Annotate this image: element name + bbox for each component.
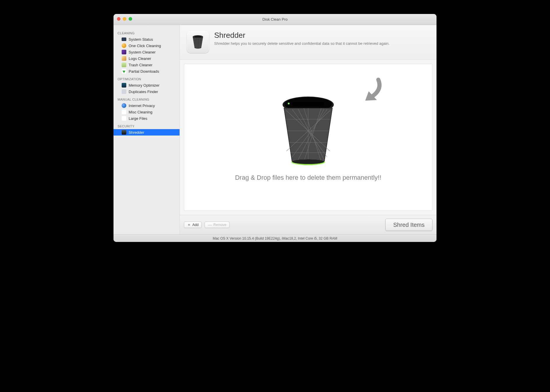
shred-items-button[interactable]: Shred Items: [385, 219, 432, 231]
sidebar-item-duplicates-finder[interactable]: Duplicates Finder: [113, 88, 180, 95]
earth-icon: [122, 103, 126, 108]
sidebar: CLEANING System Status One Click Cleanin…: [113, 25, 180, 234]
content: CLEANING System Status One Click Cleanin…: [113, 25, 437, 234]
globe-icon: [122, 43, 126, 48]
sidebar-item-label: Large Files: [129, 116, 147, 121]
remove-button[interactable]: — Remove: [205, 222, 230, 228]
page-icon: [187, 31, 209, 53]
section-label-cleaning: CLEANING: [113, 28, 180, 36]
svg-point-12: [292, 159, 324, 164]
sidebar-item-trash-cleaner[interactable]: Trash Cleaner: [113, 62, 180, 68]
sidebar-item-shredder[interactable]: Shredder: [113, 129, 180, 136]
sidebar-item-label: System Cleaner: [129, 50, 155, 54]
misc-icon: [122, 110, 126, 114]
sidebar-item-label: Internet Privacy: [129, 104, 155, 108]
shredder-icon: [122, 130, 126, 135]
sidebar-item-system-status[interactable]: System Status: [113, 36, 180, 42]
section-label-manual-cleaning: MANUAL CLEANING: [113, 95, 180, 102]
app-window: Disk Clean Pro CLEANING System Status On…: [113, 14, 437, 242]
trash-icon: [122, 63, 126, 67]
sidebar-item-label: Logs Cleaner: [129, 56, 151, 61]
sidebar-item-memory-optimizer[interactable]: Memory Optimizer: [113, 82, 180, 88]
status-text: Mac OS X Version 10.15.4 (Build 19E224g)…: [213, 236, 337, 240]
svg-rect-1: [195, 36, 201, 37]
drop-zone[interactable]: Drag & Drop files here to delete them pe…: [184, 64, 432, 211]
chip-icon: [122, 50, 126, 54]
drop-hint: Drag & Drop files here to delete them pe…: [235, 174, 382, 181]
main-panel: Shredder Shredder helps you to securely …: [180, 25, 437, 234]
close-icon[interactable]: [117, 17, 120, 21]
duplicates-icon: [122, 89, 126, 94]
pencil-icon: [122, 56, 126, 61]
sidebar-item-label: Duplicates Finder: [129, 90, 158, 94]
sidebar-item-label: Shredder: [129, 130, 144, 135]
shred-button-label: Shred Items: [393, 222, 425, 228]
svg-point-10: [288, 103, 290, 104]
shredder-bin-icon: [191, 35, 205, 49]
section-label-optimization: OPTIMIZATION: [113, 74, 180, 82]
sidebar-item-system-cleaner[interactable]: System Cleaner: [113, 49, 180, 55]
titlebar[interactable]: Disk Clean Pro: [113, 14, 437, 25]
monitor-icon: [122, 37, 126, 42]
sidebar-item-large-files[interactable]: Large Files: [113, 115, 180, 122]
zoom-icon[interactable]: [129, 17, 132, 21]
sidebar-item-partial-downloads[interactable]: Partial Downloads: [113, 68, 180, 74]
page-description: Shredder helps you to securely delete se…: [214, 41, 390, 46]
window-title: Disk Clean Pro: [113, 17, 437, 22]
sidebar-item-internet-privacy[interactable]: Internet Privacy: [113, 102, 180, 109]
sidebar-item-label: One Click Cleaning: [129, 44, 161, 48]
header-text: Shredder Shredder helps you to securely …: [214, 31, 390, 53]
add-button[interactable]: ＋ Add: [184, 222, 202, 228]
drop-arrow-icon: [351, 74, 383, 106]
expand-icon: [122, 116, 126, 121]
sidebar-item-logs-cleaner[interactable]: Logs Cleaner: [113, 55, 180, 62]
remove-button-label: Remove: [213, 223, 226, 227]
trash-bin-illustration: [278, 93, 339, 169]
page-title: Shredder: [214, 31, 390, 40]
sidebar-item-one-click-cleaning[interactable]: One Click Cleaning: [113, 42, 180, 49]
section-label-security: SECURITY: [113, 122, 180, 129]
status-bar: Mac OS X Version 10.15.4 (Build 19E224g)…: [113, 234, 437, 242]
sidebar-item-misc-cleaning[interactable]: Misc Cleaning: [113, 109, 180, 115]
add-button-label: Add: [192, 223, 198, 227]
svg-rect-9: [292, 102, 324, 106]
memory-icon: [122, 83, 126, 88]
page-header: Shredder Shredder helps you to securely …: [180, 25, 437, 60]
sidebar-item-label: System Status: [129, 37, 153, 42]
sidebar-item-label: Memory Optimizer: [129, 83, 159, 88]
minimize-icon[interactable]: [123, 17, 126, 21]
sidebar-item-label: Partial Downloads: [129, 69, 159, 74]
sidebar-item-label: Trash Cleaner: [129, 63, 152, 67]
sidebar-item-label: Misc Cleaning: [129, 110, 152, 114]
download-icon: [122, 69, 126, 74]
footer: ＋ Add — Remove Shred Items: [180, 215, 437, 234]
traffic-lights: [117, 17, 132, 21]
